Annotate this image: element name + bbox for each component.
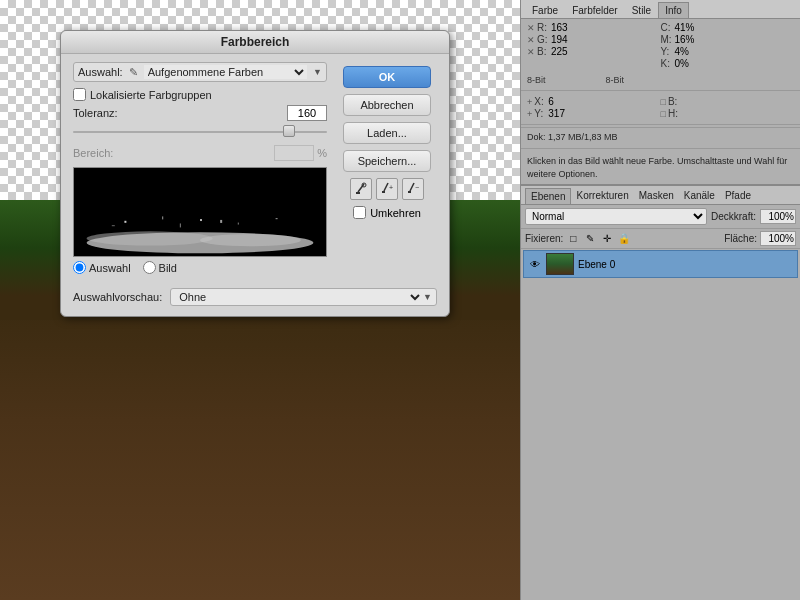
fix-icon-move[interactable]: ✛ bbox=[600, 232, 614, 246]
g-value: 194 bbox=[551, 34, 568, 45]
svg-rect-10 bbox=[180, 223, 181, 227]
tab-ebenen[interactable]: Ebenen bbox=[525, 188, 571, 204]
toleranz-slider-thumb[interactable] bbox=[283, 125, 295, 137]
m-value: 16% bbox=[675, 34, 695, 45]
radio-bild-label: Bild bbox=[159, 262, 177, 274]
svg-rect-19 bbox=[408, 191, 411, 193]
umkehren-checkbox[interactable] bbox=[353, 206, 366, 219]
bereich-label: Bereich: bbox=[73, 147, 274, 159]
ok-button[interactable]: OK bbox=[343, 66, 431, 88]
tab-korrekturen[interactable]: Korrekturen bbox=[571, 188, 633, 204]
b2-label: B: bbox=[668, 96, 680, 107]
xy-icon: + bbox=[527, 97, 532, 107]
auswahlvorschau-select[interactable]: Ohne bbox=[175, 290, 423, 304]
b2-icon: □ bbox=[661, 97, 666, 107]
r-row: ✕ R: 163 bbox=[527, 22, 661, 33]
y2-value: 317 bbox=[548, 108, 565, 119]
layer-row[interactable]: 👁 Ebene 0 bbox=[523, 250, 798, 278]
toleranz-slider-container bbox=[73, 125, 327, 139]
eyedropper-icon bbox=[354, 182, 368, 196]
dialog-left: Auswahl: ✎ Aufgenommene Farben ▼ Lokalis… bbox=[73, 62, 327, 274]
bereich-percent: % bbox=[317, 147, 327, 159]
tab-info[interactable]: Info bbox=[658, 2, 689, 18]
svg-rect-8 bbox=[276, 218, 278, 219]
fix-icon-lock[interactable]: 🔒 bbox=[617, 232, 631, 246]
doc-info: Dok: 1,37 MB/1,83 MB bbox=[521, 127, 800, 146]
layers-controls: Normal Deckkraft: bbox=[521, 205, 800, 229]
dialog-overlay: Farbbereich Auswahl: ✎ Aufgenommene Farb… bbox=[0, 0, 520, 600]
color-info-section: ✕ R: 163 C: 41% ✕ G: 194 M: 16% ✕ B: 225… bbox=[521, 19, 800, 72]
auswahlvorschau-label: Auswahlvorschau: bbox=[73, 291, 162, 303]
laden-button[interactable]: Laden... bbox=[343, 122, 431, 144]
g-label: G: bbox=[537, 34, 549, 45]
y-value: 4% bbox=[675, 46, 689, 57]
auswahl-arrow-icon: ▼ bbox=[313, 67, 322, 77]
layer-visibility-icon[interactable]: 👁 bbox=[528, 257, 542, 271]
layers-tab-bar: Ebenen Korrekturen Masken Kanäle Pfade bbox=[521, 186, 800, 205]
tab-farbe[interactable]: Farbe bbox=[525, 2, 565, 18]
umkehren-row: Umkehren bbox=[353, 206, 421, 219]
tab-farbfelder[interactable]: Farbfelder bbox=[565, 2, 625, 18]
k-row2: K: 0% bbox=[661, 58, 795, 69]
fixieren-row: Fixieren: □ ✎ ✛ 🔒 Fläche: bbox=[521, 229, 800, 249]
abbrechen-button[interactable]: Abbrechen bbox=[343, 94, 431, 116]
radio-row: Auswahl Bild bbox=[73, 261, 327, 274]
toleranz-row: Toleranz: bbox=[73, 105, 327, 121]
tab-masken[interactable]: Masken bbox=[634, 188, 679, 204]
auswahl-label: Auswahl: bbox=[78, 66, 123, 78]
x-value: 6 bbox=[548, 96, 554, 107]
y-label: Y: bbox=[661, 46, 673, 57]
svg-rect-7 bbox=[238, 223, 239, 225]
eyedropper-plus-icon: + bbox=[380, 182, 394, 196]
fix-icon-checkerboard[interactable]: □ bbox=[566, 232, 580, 246]
r-icon: ✕ bbox=[527, 23, 535, 33]
svg-rect-13 bbox=[356, 192, 360, 194]
auswahlvorschau-select-container: Ohne ▼ bbox=[170, 288, 437, 306]
svg-rect-4 bbox=[124, 221, 126, 223]
blend-mode-select[interactable]: Normal bbox=[525, 208, 707, 225]
eyedropper-add-tool[interactable]: + bbox=[376, 178, 398, 200]
farbbereich-dialog: Farbbereich Auswahl: ✎ Aufgenommene Farb… bbox=[60, 30, 450, 317]
radio-auswahl-label: Auswahl bbox=[89, 262, 131, 274]
eyedropper-tool[interactable] bbox=[350, 178, 372, 200]
flache-input[interactable] bbox=[760, 231, 796, 246]
preview-scatter-svg bbox=[74, 168, 326, 256]
m-label: M: bbox=[661, 34, 673, 45]
toleranz-input[interactable] bbox=[287, 105, 327, 121]
auswahl-select[interactable]: Aufgenommene Farben bbox=[144, 65, 307, 79]
bit-label-2: 8-Bit bbox=[606, 73, 625, 87]
svg-line-15 bbox=[384, 183, 388, 191]
layer-thumbnail bbox=[546, 253, 574, 275]
y2-icon: + bbox=[527, 109, 532, 119]
fix-icon-brush[interactable]: ✎ bbox=[583, 232, 597, 246]
svg-rect-5 bbox=[162, 216, 163, 219]
lokalisierte-checkbox[interactable] bbox=[73, 88, 86, 101]
tab-kanaele[interactable]: Kanäle bbox=[679, 188, 720, 204]
svg-rect-11 bbox=[220, 220, 222, 223]
h-label: H: bbox=[668, 108, 680, 119]
speichern-button[interactable]: Speichern... bbox=[343, 150, 431, 172]
k-label: K: bbox=[661, 58, 673, 69]
hint-text: Klicken in das Bild wählt neue Farbe. Um… bbox=[521, 151, 800, 184]
opacity-input[interactable] bbox=[760, 209, 796, 224]
svg-line-12 bbox=[358, 184, 364, 192]
svg-rect-6 bbox=[200, 219, 202, 221]
dialog-right: OK Abbrechen Laden... Speichern... bbox=[337, 62, 437, 274]
g-row: ✕ G: 194 bbox=[527, 34, 661, 45]
layers-panel: Ebenen Korrekturen Masken Kanäle Pfade N… bbox=[521, 184, 800, 600]
right-panel: Farbe Farbfelder Stile Info ✕ R: 163 C: … bbox=[520, 0, 800, 600]
dialog-body: Auswahl: ✎ Aufgenommene Farben ▼ Lokalis… bbox=[61, 54, 449, 282]
eyedropper-minus-icon: − bbox=[406, 182, 420, 196]
radio-auswahl[interactable]: Auswahl bbox=[73, 261, 131, 274]
layer-name: Ebene 0 bbox=[578, 259, 793, 270]
x-label: X: bbox=[534, 96, 546, 107]
tab-stile[interactable]: Stile bbox=[625, 2, 658, 18]
k-value: 0% bbox=[675, 58, 689, 69]
auswahlvorschau-arrow-icon: ▼ bbox=[423, 292, 432, 302]
tab-pfade[interactable]: Pfade bbox=[720, 188, 756, 204]
radio-bild[interactable]: Bild bbox=[143, 261, 177, 274]
eyedropper-remove-tool[interactable]: − bbox=[402, 178, 424, 200]
svg-line-18 bbox=[410, 183, 414, 191]
bereich-input[interactable] bbox=[274, 145, 314, 161]
opacity-label: Deckkraft: bbox=[711, 211, 756, 222]
